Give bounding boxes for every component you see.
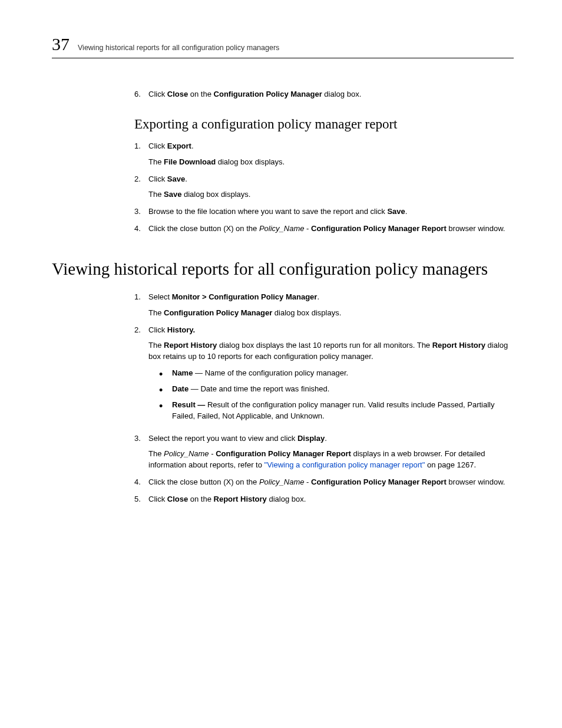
export-step-3: 3. Browse to the file location where you… xyxy=(134,206,509,218)
view-step-3: 3. Select the report you want to view an… xyxy=(134,433,509,472)
export-step-1: 1. Click Export. The File Download dialo… xyxy=(134,141,509,168)
export-step-2: 2. Click Save. The Save dialog box displ… xyxy=(134,174,509,201)
chapter-number: 37 xyxy=(52,34,70,54)
list-item: Date — Date and time the report was fini… xyxy=(159,384,509,395)
view-step-5: 5. Click Close on the Report History dia… xyxy=(134,494,509,505)
report-history-fields: Name — Name of the configuration policy … xyxy=(159,368,509,421)
heading-exporting-report: Exporting a configuration policy manager… xyxy=(134,117,509,132)
view-step-2: 2. Click History. The Report History dia… xyxy=(134,325,509,427)
list-item: Name — Name of the configuration policy … xyxy=(159,368,509,379)
list-item: Result — Result of the configuration pol… xyxy=(159,400,509,422)
running-header: Viewing historical reports for all confi… xyxy=(78,44,279,52)
link-viewing-report[interactable]: "Viewing a configuration policy manager … xyxy=(265,460,425,469)
export-step-4: 4. Click the close button (X) on the Pol… xyxy=(134,223,509,235)
view-step-4: 4. Click the close button (X) on the Pol… xyxy=(134,477,509,488)
page-header: 37 Viewing historical reports for all co… xyxy=(52,34,514,58)
heading-viewing-historical-reports: Viewing historical reports for all confi… xyxy=(52,259,514,279)
step-6: 6. Click Close on the Configuration Poli… xyxy=(134,89,509,100)
view-step-1: 1. Select Monitor > Configuration Policy… xyxy=(134,292,509,319)
